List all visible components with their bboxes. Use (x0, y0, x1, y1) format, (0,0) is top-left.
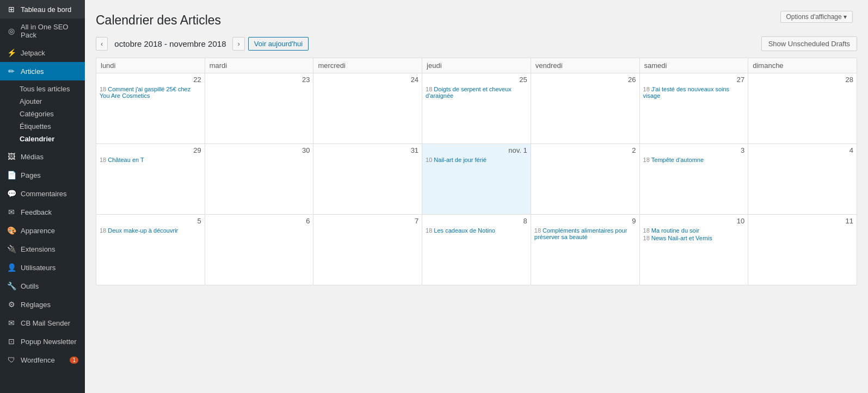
outils-icon: 🔧 (7, 281, 16, 291)
articles-icon: ✏ (7, 66, 16, 76)
calendar-day[interactable]: 2918Château en T (96, 144, 205, 215)
day-number: 26 (534, 76, 636, 84)
calendar-day[interactable]: 23 (205, 73, 313, 144)
wordfence-icon: 🛡 (7, 355, 16, 365)
calendar-day[interactable]: 518Deux make-up à découvrir (96, 215, 205, 285)
event-item[interactable]: 18Tempête d'automne (643, 157, 745, 163)
event-item[interactable]: 18Comment j'ai gaspillé 25€ chez You Are… (100, 86, 201, 99)
sidebar-item-commentaires[interactable]: 💬Commentaires (0, 184, 85, 203)
day-number: 6 (208, 217, 310, 225)
calendar-col-jeudi: jeudi (422, 58, 531, 73)
day-number: nov. 1 (426, 146, 527, 154)
event-item[interactable]: 18Château en T (100, 157, 201, 163)
calendar-day[interactable]: 918Compléments alimentaires pour préserv… (531, 215, 639, 285)
calendar-day[interactable]: nov. 110Nail-art de jour férié (422, 144, 531, 215)
sidebar-item-articles[interactable]: ✏Articles (0, 62, 85, 80)
event-title: Les cadeaux de Notino (434, 227, 495, 234)
calendar-toolbar: ‹ octobre 2018 - novembre 2018 › Voir au… (96, 36, 857, 51)
calendar-day[interactable]: 2518Doigts de serpent et cheveux d'araig… (422, 73, 531, 144)
calendar-day[interactable]: 26 (531, 73, 639, 144)
sidebar-item-label: Commentaires (21, 190, 67, 198)
next-button[interactable]: › (232, 37, 244, 51)
event-hour: 10 (426, 157, 432, 163)
prev-button[interactable]: ‹ (96, 37, 108, 51)
day-number: 29 (100, 146, 201, 154)
calendar-day[interactable]: 24 (313, 73, 422, 144)
calendar-day[interactable]: 2218Comment j'ai gaspillé 25€ chez You A… (96, 73, 205, 144)
sidebar-sub-item-categories[interactable]: Catégories (20, 108, 85, 120)
sidebar-item-utilisateurs[interactable]: 👤Utilisateurs (0, 258, 85, 277)
sidebar-item-wordfence[interactable]: 🛡Wordfence1 (0, 351, 85, 369)
day-number: 23 (208, 76, 310, 84)
sidebar-item-jetpack[interactable]: ⚡Jetpack (0, 43, 85, 62)
event-hour: 18 (100, 227, 106, 234)
jetpack-icon: ⚡ (7, 48, 16, 58)
day-number: 11 (752, 217, 853, 225)
calendar-day[interactable]: 4 (748, 144, 857, 215)
sidebar-sub-item-calendrier[interactable]: Calendrier (20, 133, 85, 145)
event-hour: 18 (643, 227, 650, 234)
day-number: 8 (426, 217, 527, 225)
sidebar-item-label: Médias (21, 153, 44, 161)
popup-newsletter-icon: ⊡ (7, 336, 16, 346)
sidebar-sub-item-ajouter[interactable]: Ajouter (20, 95, 85, 108)
sidebar-item-label: CB Mail Sender (21, 319, 70, 327)
sidebar-item-medias[interactable]: 🖼Médias (0, 147, 85, 166)
sidebar-item-extensions[interactable]: 🔌Extensions (0, 240, 85, 258)
page-title: Calendrier des Articles (96, 13, 857, 28)
event-title: News Nail-art et Vernis (651, 235, 712, 241)
month-label: octobre 2018 - novembre 2018 (114, 39, 226, 48)
calendar-day[interactable]: 11 (748, 215, 857, 285)
day-number: 4 (752, 146, 853, 154)
event-item[interactable]: 18Compléments alimentaires pour préserve… (534, 227, 636, 240)
show-drafts-button[interactable]: Show Unscheduled Drafts (761, 36, 857, 51)
sidebar-item-all-in-one-seo[interactable]: ◎All in One SEO Pack (0, 18, 85, 43)
event-hour: 18 (100, 157, 106, 163)
calendar-day[interactable]: 7 (313, 215, 422, 285)
main-content: Options d'affichage ▾ Calendrier des Art… (85, 0, 868, 393)
event-item[interactable]: 10Nail-art de jour férié (426, 157, 527, 163)
event-title: J'ai testé des nouveaux soins visage (643, 86, 730, 99)
day-number: 9 (534, 217, 636, 225)
sidebar-item-popup-newsletter[interactable]: ⊡Popup Newsletter (0, 332, 85, 351)
calendar-day[interactable]: 28 (748, 73, 857, 144)
event-hour: 18 (643, 157, 650, 163)
sidebar-item-reglages[interactable]: ⚙Réglages (0, 295, 85, 314)
event-item[interactable]: 18J'ai testé des nouveaux soins visage (643, 86, 745, 99)
options-button[interactable]: Options d'affichage ▾ (780, 11, 853, 23)
event-title: Ma routine du soir (651, 227, 699, 234)
event-hour: 18 (426, 86, 432, 92)
sidebar-item-cb-mail-sender[interactable]: ✉CB Mail Sender (0, 314, 85, 332)
event-item[interactable]: 18Ma routine du soir (643, 227, 745, 234)
pages-icon: 📄 (7, 170, 16, 180)
sidebar-item-apparence[interactable]: 🎨Apparence (0, 221, 85, 240)
sidebar-item-outils[interactable]: 🔧Outils (0, 277, 85, 295)
calendar-day[interactable]: 2718J'ai testé des nouveaux soins visage (639, 73, 748, 144)
apparence-icon: 🎨 (7, 226, 16, 235)
calendar-day[interactable]: 318Tempête d'automne (639, 144, 748, 215)
sidebar-item-tableau-de-bord[interactable]: ⊞Tableau de bord (0, 0, 85, 18)
calendar-day[interactable]: 818Les cadeaux de Notino (422, 215, 531, 285)
calendar-week-0: 2218Comment j'ai gaspillé 25€ chez You A… (96, 73, 857, 144)
today-button[interactable]: Voir aujourd'hui (248, 37, 309, 51)
sidebar-item-pages[interactable]: 📄Pages (0, 166, 85, 184)
sidebar-sub-item-etiquettes[interactable]: Étiquettes (20, 120, 85, 133)
day-number: 31 (317, 146, 418, 154)
calendar-day[interactable]: 2 (531, 144, 639, 215)
calendar-day[interactable]: 31 (313, 144, 422, 215)
event-item[interactable]: 18Doigts de serpent et cheveux d'araigné… (426, 86, 527, 99)
calendar-day[interactable]: 6 (205, 215, 313, 285)
event-item[interactable]: 18News Nail-art et Vernis (643, 235, 745, 241)
event-item[interactable]: 18Deux make-up à découvrir (100, 227, 201, 234)
sidebar-sub-item-tous-les-articles[interactable]: Tous les articles (20, 83, 85, 95)
calendar-col-mercredi: mercredi (313, 58, 422, 73)
calendar-day[interactable]: 30 (205, 144, 313, 215)
sidebar-item-feedback[interactable]: ✉Feedback (0, 203, 85, 221)
event-item[interactable]: 18Les cadeaux de Notino (426, 227, 527, 234)
calendar-header: lundimardimercredijeudivendredisamedidim… (96, 58, 857, 73)
sidebar-item-label: Articles (21, 67, 44, 76)
toolbar-left: ‹ octobre 2018 - novembre 2018 › Voir au… (96, 37, 309, 51)
day-number: 2 (534, 146, 636, 154)
calendar-day[interactable]: 1018Ma routine du soir18News Nail-art et… (639, 215, 748, 285)
event-title: Doigts de serpent et cheveux d'araignée (426, 86, 512, 99)
